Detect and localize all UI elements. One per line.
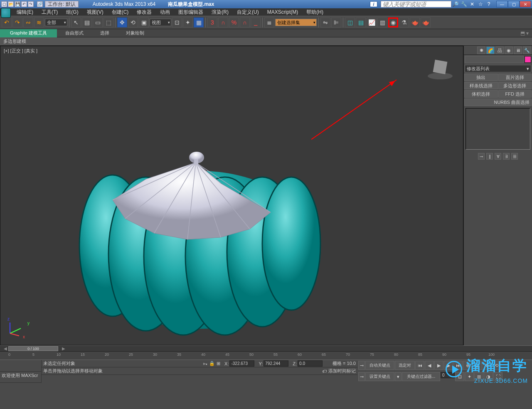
tab-modify-icon[interactable]: 🌈 <box>486 47 495 54</box>
viewport-label[interactable]: [+] [正交 ] [真实 ] <box>4 48 37 54</box>
move-icon[interactable]: ✥ <box>117 17 127 27</box>
rendered-frame-icon[interactable]: 🫖 <box>410 17 420 27</box>
stack-remove-icon[interactable]: ∃ <box>503 153 510 160</box>
editnamed-icon[interactable]: ≣ <box>264 17 274 27</box>
new-icon[interactable]: ▢ <box>1 1 7 7</box>
edge-snap-icon[interactable]: ⎯ <box>251 17 261 27</box>
menu-maxscript[interactable]: MAXScript(M) <box>263 9 303 15</box>
selection-filter-dropdown[interactable]: 全部 <box>45 19 67 26</box>
add-timetag[interactable]: 添加时间标记 <box>328 368 356 374</box>
keyfilter-icon[interactable]: ▾ <box>395 372 401 381</box>
viewport-nav8-icon[interactable]: ⛶ <box>493 372 502 381</box>
snap-toggle-icon[interactable]: ▦ <box>194 17 204 27</box>
help-icon[interactable]: ? <box>485 1 492 7</box>
material-editor-icon[interactable]: ◉ <box>388 17 398 27</box>
search-input[interactable] <box>381 1 451 7</box>
search-icon[interactable]: 🔎 <box>452 1 459 7</box>
window-crossing-icon[interactable]: ⬚ <box>103 17 113 27</box>
viewport-nav4-icon[interactable]: ⟲ <box>492 361 501 370</box>
goto-start-icon[interactable]: ⏮ <box>415 361 424 370</box>
setkey-button[interactable]: 设置关键点 <box>365 372 394 381</box>
app-logo-icon[interactable] <box>1 8 11 18</box>
modifier-list-dropdown[interactable]: 修改器列表 <box>465 65 531 72</box>
coord-z-input[interactable] <box>298 360 323 367</box>
open-icon[interactable]: 📂 <box>8 1 14 7</box>
mod-btn-nurbs[interactable]: NURBS 曲面选择 <box>464 99 532 106</box>
tab-utilities-icon[interactable]: 🔧 <box>523 47 531 54</box>
undo-icon[interactable]: ↶ <box>21 1 27 7</box>
slider-right-icon[interactable]: ▶ <box>61 346 66 351</box>
workspace-selector[interactable]: 工作台: 默认 <box>45 1 79 7</box>
mod-btn-poly[interactable]: 多边形选择 <box>498 82 532 89</box>
layers-icon[interactable]: ◫ <box>345 17 355 27</box>
mod-btn-ffd[interactable]: FFD 选择 <box>498 90 532 98</box>
selected-button[interactable]: 选定对 <box>395 361 415 370</box>
prev-frame-icon[interactable]: ◀ <box>425 361 434 370</box>
iso-icon[interactable]: ⊞ <box>217 361 220 366</box>
ribbon-panel[interactable]: 多边形建模 <box>0 37 532 46</box>
close-button[interactable]: ✕ <box>520 1 531 7</box>
lock2-icon[interactable]: 🔒 <box>209 361 215 366</box>
menu-views[interactable]: 视图(V) <box>83 9 108 16</box>
pivot-icon[interactable]: ⊡ <box>172 17 182 27</box>
link-chain-icon[interactable]: ∾ <box>23 17 33 27</box>
link-icon[interactable]: 🔗 <box>37 1 43 7</box>
maximize-button[interactable]: ▢ <box>508 1 520 7</box>
rect-region-icon[interactable]: ▭ <box>93 17 103 27</box>
menu-custom[interactable]: 自定义(U) <box>233 9 263 16</box>
spinner-snap-icon[interactable]: ∩ <box>240 17 250 27</box>
viewport-nav6-icon[interactable]: ⊞ <box>474 372 483 381</box>
goto-end-icon[interactable]: ⏭ <box>453 361 463 370</box>
viewport-nav1-icon[interactable]: ⊕ <box>463 361 472 370</box>
mod-btn-patch[interactable]: 面片选择 <box>498 74 532 81</box>
coord-x-input[interactable] <box>229 360 254 367</box>
key-icon[interactable]: 🔧 <box>461 1 467 7</box>
exchange-icon[interactable]: ✕ <box>469 1 475 7</box>
menu-group[interactable]: 组(G) <box>62 9 82 16</box>
viewport-nav7-icon[interactable]: ◑ <box>484 372 493 381</box>
menu-graph[interactable]: 图形编辑器 <box>174 9 207 16</box>
render-setup-icon[interactable]: ⚗ <box>399 17 409 27</box>
manipulate-icon[interactable]: ✦ <box>183 17 193 27</box>
stack-show-icon[interactable]: ∥ <box>486 153 493 160</box>
next-frame-icon[interactable]: ▶ <box>444 361 453 370</box>
current-frame-input[interactable] <box>441 372 455 378</box>
rotate-icon[interactable]: ⟲ <box>128 17 138 27</box>
autokey-button[interactable]: 自动关键点 <box>365 361 394 370</box>
slider-left-icon[interactable]: ◀ <box>2 346 8 351</box>
time-track[interactable]: 0 5 10 15 20 25 30 35 40 45 50 55 60 65 … <box>0 351 532 360</box>
play-icon[interactable]: ▶ <box>434 361 443 370</box>
viewport-nav2-icon[interactable]: ⊡ <box>473 361 482 370</box>
keyfilter-button[interactable]: 关键点过滤器... <box>402 372 440 381</box>
select-name-icon[interactable]: ▤ <box>82 17 92 27</box>
menu-help[interactable]: 帮助(H) <box>302 9 328 16</box>
mod-btn-extract[interactable]: 抽出 <box>464 74 498 81</box>
stack-pin-icon[interactable]: ⊸ <box>478 153 485 160</box>
ribbon-expand-icon[interactable]: ⬒ ▾ <box>517 30 532 36</box>
infocenter-icon[interactable]: i <box>370 1 377 7</box>
named-selset-dropdown[interactable]: 创建选择集 <box>275 19 317 26</box>
object-name-field[interactable] <box>465 56 524 63</box>
menu-render[interactable]: 渲染(R) <box>207 9 233 16</box>
stack-unique-icon[interactable]: ∀ <box>495 153 501 160</box>
mod-btn-vol[interactable]: 体积选择 <box>464 90 498 98</box>
undo-big-icon[interactable]: ↶ <box>2 17 12 27</box>
ribbon-tab-graphite[interactable]: Graphite 建模工具 <box>0 29 57 37</box>
render-icon[interactable]: 🫖 <box>421 17 431 27</box>
align-icon[interactable]: ⊫ <box>331 17 341 27</box>
tab-hierarchy-icon[interactable]: 品 <box>495 47 504 54</box>
ribbon-btn-freeform[interactable]: 自由形式 <box>57 30 92 36</box>
redo-big-icon[interactable]: ↷ <box>12 17 22 27</box>
tab-display-icon[interactable]: 🖥 <box>514 47 522 54</box>
key-toggle-icon[interactable]: ⊸ <box>358 361 365 370</box>
mirror-icon[interactable]: ⇋ <box>320 17 330 27</box>
scale-icon[interactable]: ▣ <box>139 17 149 27</box>
star-icon[interactable]: ☆ <box>477 1 484 7</box>
schematic-icon[interactable]: ▥ <box>377 17 387 27</box>
snap-3-icon[interactable]: 3 <box>207 17 217 27</box>
menu-modifiers[interactable]: 修改器 <box>133 9 156 16</box>
timetag-icon[interactable]: 🏷 <box>322 369 327 374</box>
coord-y-input[interactable] <box>264 360 288 367</box>
stack-config-icon[interactable]: ☰ <box>511 153 518 160</box>
percent-snap-icon[interactable]: % <box>229 17 239 27</box>
